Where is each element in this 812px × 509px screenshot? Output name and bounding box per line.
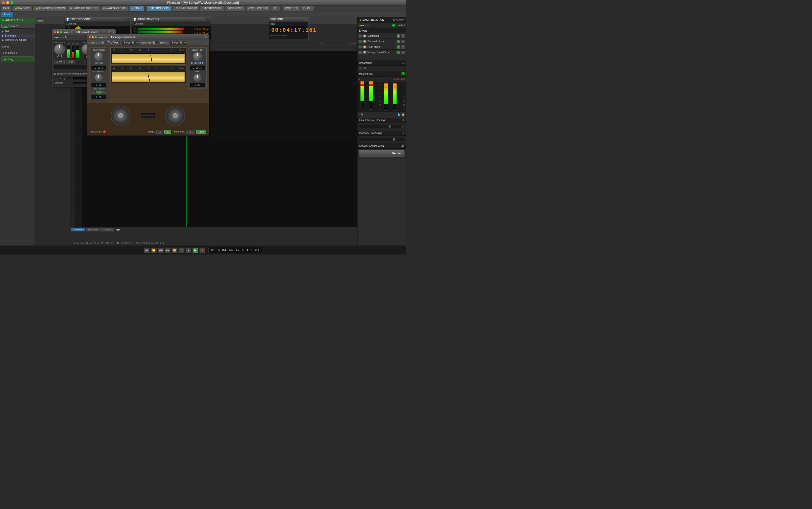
- link-btn[interactable]: LINK: [66, 60, 75, 64]
- loudnessmeter-btn[interactable]: LOUDNESSMETER: [172, 6, 199, 11]
- tape-close[interactable]: [89, 36, 91, 38]
- render-button[interactable]: Render.: [359, 150, 405, 157]
- left-fader[interactable]: [360, 83, 364, 108]
- mt-icon-5[interactable]: ⊡: [367, 24, 369, 27]
- right-fader-2[interactable]: [393, 83, 397, 111]
- speaker-config-icon[interactable]: 🔊: [401, 144, 405, 148]
- mt-grid[interactable]: ≡: [359, 113, 360, 116]
- minimize-button[interactable]: [6, 1, 9, 4]
- threshold-knob[interactable]: [54, 44, 65, 55]
- masterrig-chart[interactable]: 📊: [363, 35, 367, 37]
- spectroscope-functions[interactable]: Functions: [66, 23, 76, 25]
- lo-btn[interactable]: LO...: [271, 6, 280, 11]
- gain-option[interactable]: ▶ Gain: [1, 30, 34, 33]
- wave-scroll-right[interactable]: ▶: [119, 228, 120, 231]
- loop-btn[interactable]: ↺: [178, 247, 184, 253]
- zoom-in[interactable]: +: [163, 242, 164, 244]
- bw-min[interactable]: [57, 31, 59, 33]
- vintage-chart[interactable]: 📊: [363, 51, 367, 54]
- tape-max[interactable]: [95, 36, 97, 38]
- audio-editor-power[interactable]: [2, 19, 4, 22]
- bw-pin[interactable]: 📌: [108, 31, 110, 34]
- bias-knob[interactable]: [95, 74, 103, 81]
- phase-btn[interactable]: PHAS...: [301, 6, 314, 11]
- auto-btn[interactable]: AUTO: [54, 60, 65, 64]
- loudness-close[interactable]: ×: [206, 18, 210, 21]
- peak-expand-btn[interactable]: ≡: [359, 45, 362, 48]
- left-fader-2[interactable]: [384, 83, 388, 111]
- bw-max[interactable]: [60, 31, 62, 33]
- spectrometer-btn[interactable]: SPECTROMETER: [200, 6, 225, 11]
- tasks-close[interactable]: ×: [15, 13, 16, 16]
- final-effects-slider[interactable]: [359, 125, 402, 128]
- envelope-option[interactable]: ▶ Envelope: [1, 34, 34, 37]
- waveform-tab-bottom[interactable]: Waveform: [71, 228, 85, 232]
- remove-dc-option[interactable]: ▶ Remove DC Offset: [1, 38, 34, 42]
- brickwall-expand[interactable]: ≡: [359, 40, 362, 43]
- low-knob[interactable]: [194, 74, 201, 81]
- markers-btn[interactable]: ⚡ MARKERS: [12, 6, 33, 11]
- zoom-out[interactable]: −: [166, 242, 167, 244]
- bw-expand[interactable]: ⊡: [112, 31, 114, 34]
- playback-slider[interactable]: [359, 138, 405, 141]
- mt-icon-1[interactable]: ≡: [359, 24, 360, 27]
- play-btn[interactable]: ▶: [193, 247, 198, 253]
- spectroscope-btn[interactable]: SPECTROSCOPE: [147, 6, 172, 11]
- right-fader[interactable]: [369, 83, 373, 108]
- tape-expand[interactable]: ⊡: [205, 36, 207, 38]
- resampling-expand[interactable]: ⊡: [403, 62, 405, 64]
- mt-icon-2[interactable]: ◀: [360, 24, 362, 27]
- maximize-button[interactable]: [10, 1, 13, 4]
- sampleattributes-btn[interactable]: ⚙ SAMPLEATTRIBUTES: [68, 6, 100, 11]
- mt-water[interactable]: 💧: [397, 113, 401, 116]
- speed-30[interactable]: 30: [164, 130, 171, 134]
- preset-select-1[interactable]: Swiss '85: [122, 40, 140, 45]
- next-btn[interactable]: ⏩: [172, 247, 177, 253]
- masterrig-s-btn[interactable]: S: [397, 34, 400, 38]
- wave-scroll-left[interactable]: ◀: [116, 228, 118, 231]
- wavescope-btn[interactable]: WAVESCOPE: [225, 6, 245, 11]
- record-adjust-knob[interactable]: [94, 52, 103, 61]
- vintage-s-btn[interactable]: S: [397, 51, 400, 54]
- vintage-expand-btn[interactable]: ≡: [359, 51, 362, 54]
- spectroscope-close[interactable]: ×: [126, 18, 129, 21]
- record-transport-btn[interactable]: ⏺: [199, 247, 205, 253]
- watchfolders-btn[interactable]: ⚙ WATCHFOLDERS: [101, 6, 129, 11]
- masterrig-expand[interactable]: ≡: [359, 35, 362, 37]
- master-level-power[interactable]: [402, 72, 405, 75]
- loudness-functions[interactable]: Functions: [134, 23, 143, 25]
- master-power-btn[interactable]: [392, 24, 395, 27]
- tasks-btn[interactable]: ✓ TASKS: [129, 6, 144, 11]
- loudness-tab-bottom[interactable]: Loudness: [100, 228, 114, 232]
- close-button[interactable]: [2, 1, 5, 4]
- preset-select-2[interactable]: Swiss '85: [170, 40, 188, 45]
- peak-chart[interactable]: 📊: [363, 45, 367, 48]
- add-effect-btn[interactable]: +: [359, 56, 361, 60]
- final-effects-expand[interactable]: ⊞: [403, 119, 405, 121]
- goto-start-btn[interactable]: ⏮: [144, 247, 150, 253]
- data-btn[interactable]: DATA: [1, 6, 12, 11]
- timecode-view[interactable]: View: [270, 23, 307, 25]
- yamaha-label[interactable]: YAMAHA: [105, 40, 120, 45]
- timecode-btn[interactable]: TIMECODE: [283, 6, 300, 11]
- errorcorrection-btn[interactable]: ⚡ ERRORCORRECTION: [33, 6, 67, 11]
- tasks-tab[interactable]: Tasks: [1, 12, 13, 17]
- auto-makeup-toggle[interactable]: [96, 91, 102, 94]
- mt-layout[interactable]: ⊞: [361, 113, 363, 116]
- oscilloscope-btn[interactable]: OSCILLOSCOPE: [246, 6, 270, 11]
- mt-icon-3[interactable]: ▶: [363, 24, 364, 27]
- resampling-power[interactable]: [359, 67, 362, 70]
- brickwall-s-btn[interactable]: S: [397, 40, 400, 43]
- playback-expand[interactable]: ⊡: [403, 132, 405, 134]
- refresh-btn[interactable]: ↻: [16, 25, 18, 27]
- song-tab[interactable]: My Song: [1, 57, 34, 62]
- tape-min[interactable]: [92, 36, 94, 38]
- prev-btn[interactable]: ⏪: [151, 247, 157, 253]
- speed-15[interactable]: 15: [157, 130, 163, 134]
- brickwall-chart[interactable]: 📊: [363, 40, 367, 43]
- stop-btn[interactable]: ■: [185, 247, 192, 253]
- mt-lock[interactable]: 🔒: [402, 113, 405, 116]
- reproduce-adjust-knob[interactable]: [193, 52, 202, 61]
- bitmeter-label[interactable]: BITMETER: [393, 19, 405, 21]
- rewind-btn[interactable]: ◀◀: [158, 247, 164, 253]
